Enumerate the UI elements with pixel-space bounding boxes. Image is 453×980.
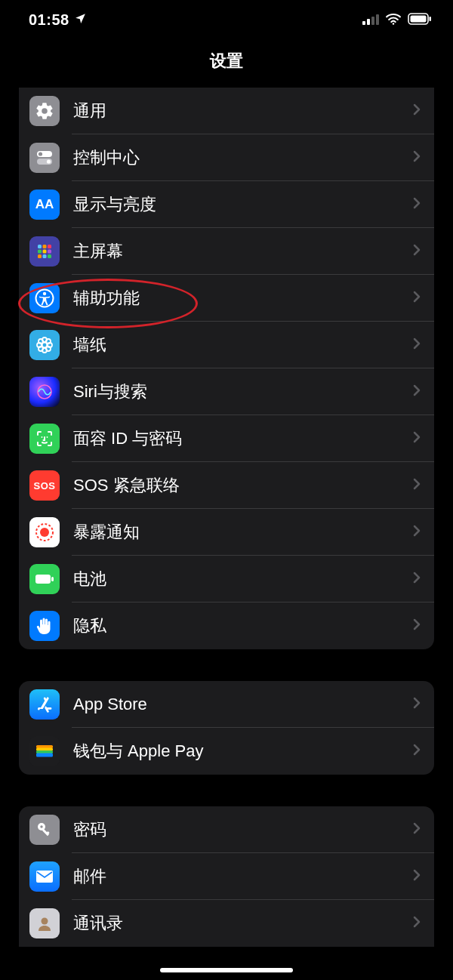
svg-rect-39 [36, 745, 53, 748]
key-icon [29, 815, 60, 845]
battery-icon [408, 11, 432, 29]
chevron-right-icon [413, 384, 421, 399]
row-label: 暴露通知 [73, 521, 413, 544]
chevron-right-icon [413, 869, 421, 884]
svg-rect-16 [43, 250, 47, 254]
chevron-right-icon [413, 916, 421, 931]
svg-rect-6 [411, 15, 427, 22]
cellular-icon [362, 11, 379, 29]
row-exposure[interactable]: 暴露通知 [19, 509, 434, 556]
row-accessibility[interactable]: 辅助功能 [19, 275, 434, 322]
row-label: 墙纸 [73, 334, 413, 356]
svg-rect-20 [48, 254, 51, 258]
row-faceid[interactable]: 面容 ID 与密码 [19, 415, 434, 462]
row-wallpaper[interactable]: 墙纸 [19, 322, 434, 368]
chevron-right-icon [413, 822, 421, 837]
svg-rect-42 [36, 753, 53, 757]
row-label: 通讯录 [73, 912, 413, 935]
page-title: 设置 [0, 36, 453, 88]
row-control-center[interactable]: 控制中心 [19, 134, 434, 181]
contacts-icon [29, 908, 60, 938]
settings-group-1: 通用 控制中心 AA 显示与亮度 主屏幕 [19, 88, 434, 649]
status-time: 01:58 [29, 11, 69, 29]
row-wallet[interactable]: 钱包与 Apple Pay [19, 728, 434, 775]
chevron-right-icon [413, 618, 421, 633]
row-label: 显示与亮度 [73, 193, 413, 216]
row-label: SOS 紧急联络 [73, 474, 413, 497]
accessibility-icon [29, 283, 60, 313]
svg-rect-19 [43, 254, 47, 258]
row-home-screen[interactable]: 主屏幕 [19, 228, 434, 275]
svg-rect-15 [38, 250, 42, 254]
exposure-icon [29, 517, 60, 547]
chevron-right-icon [413, 431, 421, 446]
svg-rect-17 [48, 250, 51, 254]
svg-rect-41 [36, 750, 53, 753]
row-label: App Store [73, 695, 413, 714]
row-label: 通用 [73, 100, 413, 122]
settings-group-3: 密码 邮件 通讯录 [19, 806, 434, 947]
svg-point-22 [43, 292, 46, 295]
settings-list: 通用 控制中心 AA 显示与亮度 主屏幕 [0, 88, 453, 947]
siri-icon [29, 377, 60, 407]
svg-point-33 [42, 436, 43, 438]
row-label: 控制中心 [73, 146, 413, 169]
svg-point-48 [42, 918, 48, 925]
home-indicator[interactable] [160, 968, 293, 972]
row-sos[interactable]: SOS SOS 紧急联络 [19, 462, 434, 509]
row-label: 钱包与 Apple Pay [73, 740, 413, 763]
svg-rect-38 [51, 577, 54, 581]
chevron-right-icon [413, 337, 421, 353]
chevron-right-icon [413, 572, 421, 587]
row-display[interactable]: AA 显示与亮度 [19, 181, 434, 228]
svg-rect-3 [376, 14, 379, 25]
svg-rect-13 [43, 245, 47, 248]
svg-point-34 [47, 436, 48, 438]
row-app-store[interactable]: App Store [19, 681, 434, 728]
row-siri[interactable]: Siri与搜索 [19, 368, 434, 415]
svg-rect-14 [48, 245, 51, 248]
row-label: 电池 [73, 568, 413, 590]
row-contacts[interactable]: 通讯录 [19, 900, 434, 947]
svg-point-44 [40, 825, 42, 827]
svg-rect-40 [36, 748, 53, 751]
row-battery[interactable]: 电池 [19, 556, 434, 602]
settings-group-2: App Store 钱包与 Apple Pay [19, 681, 434, 775]
status-bar: 01:58 [0, 0, 453, 36]
location-icon [74, 11, 87, 29]
svg-rect-2 [371, 17, 374, 25]
svg-rect-37 [35, 575, 51, 584]
gear-icon [29, 96, 60, 126]
hand-icon [29, 611, 60, 641]
row-privacy[interactable]: 隐私 [19, 602, 434, 649]
svg-rect-18 [38, 254, 42, 258]
wallet-icon [29, 736, 60, 766]
row-label: 邮件 [73, 865, 413, 888]
row-label: Siri与搜索 [73, 381, 413, 403]
chevron-right-icon [413, 103, 421, 119]
status-left: 01:58 [29, 11, 87, 29]
toggle-icon [29, 143, 60, 173]
chevron-right-icon [413, 697, 421, 712]
chevron-right-icon [413, 150, 421, 165]
svg-rect-12 [38, 245, 42, 248]
svg-rect-0 [362, 21, 365, 25]
aa-icon: AA [29, 190, 60, 220]
chevron-right-icon [413, 244, 421, 259]
flower-icon [29, 330, 60, 360]
chevron-right-icon [413, 478, 421, 493]
svg-rect-7 [430, 17, 432, 21]
row-general[interactable]: 通用 [19, 88, 434, 134]
faceid-icon [29, 424, 60, 454]
row-passwords[interactable]: 密码 [19, 806, 434, 853]
appstore-icon [29, 689, 60, 720]
grid-icon [29, 236, 60, 267]
chevron-right-icon [413, 744, 421, 759]
battery-icon [29, 564, 60, 594]
wifi-icon [385, 11, 402, 29]
chevron-right-icon [413, 525, 421, 540]
svg-point-4 [393, 23, 394, 24]
chevron-right-icon [413, 291, 421, 306]
row-mail[interactable]: 邮件 [19, 853, 434, 900]
row-label: 辅助功能 [73, 287, 413, 310]
